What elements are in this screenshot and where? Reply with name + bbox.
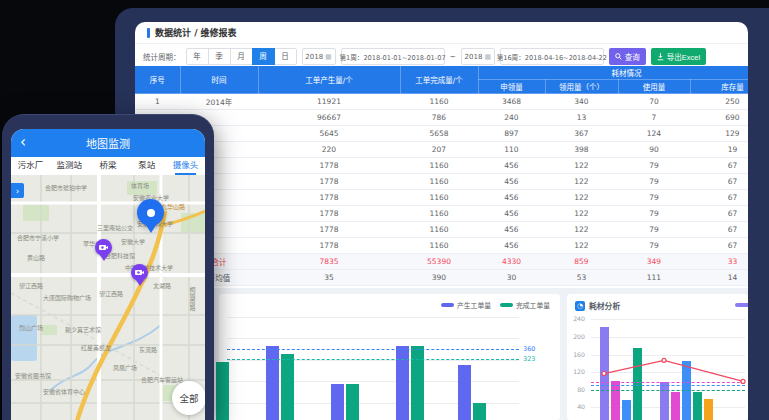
- table-cell: 1160: [400, 206, 478, 222]
- group-header: 耗材情况: [478, 66, 748, 80]
- bar-产生工单量: [266, 346, 279, 420]
- table-row: 177811604561227967: [135, 174, 748, 190]
- y-tick-label: 80: [569, 386, 585, 393]
- table-cell: 456: [478, 174, 545, 190]
- period-option-季[interactable]: 季: [208, 48, 231, 65]
- period-option-月[interactable]: 月: [230, 48, 253, 65]
- bar-完成工单量: [216, 362, 229, 420]
- map-place-label: 合肥市宁溪小学: [17, 233, 59, 242]
- camera-icon: [135, 269, 144, 276]
- map-place-label: 望江西路: [99, 289, 123, 298]
- table-cell: 122: [545, 158, 618, 174]
- search-icon: [615, 53, 622, 60]
- table-row: 177811604561227967: [135, 206, 748, 222]
- chart-title-row: ◔ 耗材分析: [575, 300, 620, 311]
- table-cell: 30: [478, 270, 545, 286]
- table-row: 96667786240137690: [135, 110, 748, 126]
- sub-header: 库存量: [690, 80, 748, 94]
- table-row: 12014年119211160346834070250: [135, 94, 748, 110]
- legend-swatch: [441, 303, 454, 307]
- range-separator: ~: [450, 52, 456, 61]
- table-header: 序号 时间 工单产生量/个 工单完成量/个 耗材情况 申领量 领用量（个） 使用…: [135, 66, 748, 94]
- year-start-select[interactable]: 2018 ▦: [302, 48, 336, 65]
- query-label: 查询: [625, 51, 640, 62]
- table-cell: 1778: [258, 158, 400, 174]
- table-cell: 122: [545, 238, 618, 254]
- phone-tab-泵站[interactable]: 泵站: [127, 157, 166, 175]
- all-filter-button[interactable]: 全部: [172, 381, 205, 415]
- selected-location-pin[interactable]: [137, 199, 164, 233]
- y-tick-label: 200: [569, 333, 585, 340]
- accent-bar: [147, 28, 150, 38]
- table-cell: 456: [478, 158, 545, 174]
- table-cell: 1160: [400, 238, 478, 254]
- workorder-chart-panel: 产生工单量完成工单量 360323: [219, 294, 560, 420]
- map-place-label: 桐城南路: [188, 287, 197, 311]
- table-cell: 67: [690, 222, 748, 238]
- phone-tab-污水厂[interactable]: 污水厂: [11, 157, 50, 175]
- table-cell: 67: [690, 190, 748, 206]
- table-cell: 79: [618, 174, 690, 190]
- phone-tab-监测站[interactable]: 监测站: [50, 157, 89, 175]
- phone-title: 地图监测: [86, 135, 130, 151]
- table-row: 2202071103989019: [135, 142, 748, 158]
- table-cell: 456: [478, 238, 545, 254]
- period-option-日[interactable]: 日: [274, 48, 297, 65]
- chart-title: 耗材分析: [589, 300, 620, 311]
- camera-marker-pin[interactable]: [131, 264, 148, 286]
- map-place-label: 望江西路: [19, 281, 43, 290]
- y-tick-label: 120: [569, 368, 585, 375]
- chart-gridline: [591, 319, 745, 320]
- table-cell: 70: [618, 94, 690, 110]
- reference-label: 360: [523, 345, 535, 353]
- phone-tab-摄像头[interactable]: 摄像头: [166, 157, 205, 175]
- trend-line-chart: [567, 294, 748, 420]
- camera-marker-pin[interactable]: [95, 239, 112, 261]
- table-cell: 3468: [478, 94, 545, 110]
- expand-panel-button[interactable]: ›: [11, 183, 24, 198]
- table-cell: 1: [135, 94, 180, 110]
- legend-item[interactable]: 完成工单量: [500, 300, 550, 310]
- map-place-label: 九华山路: [161, 202, 185, 211]
- reference-line: [591, 382, 745, 383]
- table-cell: 398: [545, 142, 618, 158]
- legend-label: 产生工单量: [457, 300, 491, 310]
- map-view[interactable]: 合肥市琥珀中学体育场安徽农业大学三里庵站公交安徽医科大学合肥市宁溪小学翠华广场安…: [11, 175, 205, 420]
- range-end-input[interactable]: 第16周：2018-04-16~2018-04-22: [500, 48, 604, 65]
- bar-完成工单量: [281, 354, 294, 420]
- map-place-label: 红星美凯龙: [81, 343, 111, 352]
- consumable-bar: [671, 392, 680, 420]
- table-cell: 859: [545, 254, 618, 270]
- export-excel-button[interactable]: 导出Excel: [651, 48, 706, 65]
- table-cell: 7: [618, 110, 690, 126]
- chart-gridline: [227, 338, 519, 339]
- period-option-周[interactable]: 周: [252, 48, 275, 65]
- legend-item[interactable]: 产生工单量: [441, 300, 491, 310]
- bar-产生工单量: [458, 365, 471, 420]
- table-cell: 4330: [478, 254, 545, 270]
- table-row: 56455658897367124129: [135, 126, 748, 142]
- table-cell: 67: [690, 158, 748, 174]
- table-cell: 207: [400, 142, 478, 158]
- phone-header: ‹ 地图监测: [11, 129, 205, 157]
- map-place-label: 赖少其艺术馆: [65, 325, 101, 334]
- table-cell: 390: [400, 270, 478, 286]
- period-segmented-control: 年季月周日: [186, 48, 297, 65]
- legend-label: 完成工单量: [516, 300, 550, 310]
- back-icon[interactable]: ‹: [20, 133, 26, 151]
- table-cell: 79: [618, 206, 690, 222]
- y-tick-label: 40: [569, 403, 585, 410]
- table-cell: 220: [258, 142, 400, 158]
- range-start-value: 第1周：2018-01-01~2018-01-07: [339, 52, 445, 62]
- total-row: 合计783555390433085934933: [135, 254, 748, 270]
- legend-swatch[interactable]: [735, 303, 748, 307]
- year-end-select[interactable]: 2018 ▦: [461, 48, 495, 65]
- card-title-bar: 数据统计 / 维修报表: [135, 22, 748, 44]
- period-option-年[interactable]: 年: [186, 48, 209, 65]
- range-start-input[interactable]: 第1周：2018-01-01~2018-01-07: [341, 48, 445, 65]
- table-cell: 90: [618, 142, 690, 158]
- table-cell: 67: [690, 206, 748, 222]
- table-cell: 53: [545, 270, 618, 286]
- query-button[interactable]: 查询: [609, 48, 646, 65]
- phone-tab-桥梁[interactable]: 桥梁: [89, 157, 128, 175]
